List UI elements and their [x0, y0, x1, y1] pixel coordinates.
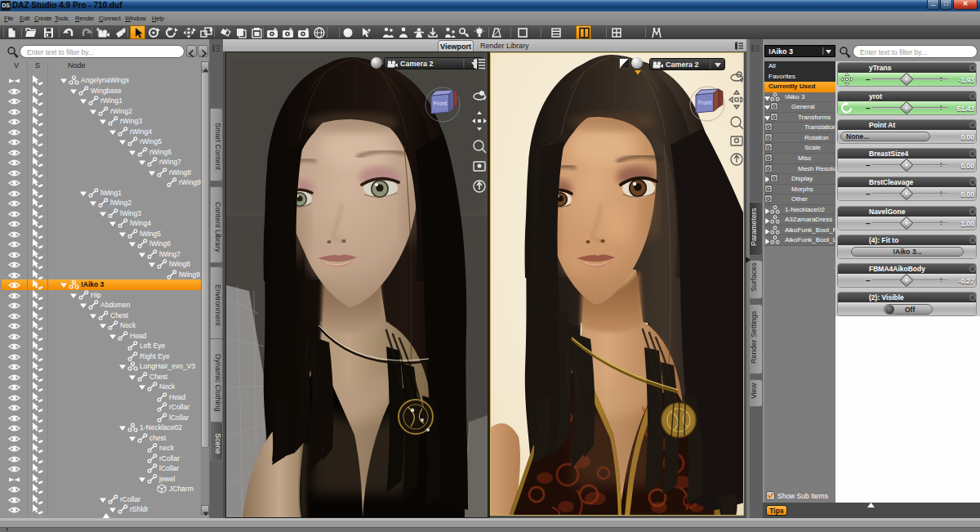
svg-text:G: G: [766, 154, 771, 162]
svg-text:G: G: [766, 164, 771, 172]
svg-text:G: G: [772, 103, 777, 110]
svg-text:Front: Front: [434, 101, 447, 106]
svg-text:G: G: [766, 144, 771, 151]
svg-text:G: G: [766, 134, 771, 141]
svg-text:G: G: [772, 114, 777, 121]
svg-text:G: G: [766, 123, 771, 131]
svg-text:Front: Front: [698, 100, 711, 105]
svg-text:G: G: [766, 195, 771, 203]
svg-text:G: G: [772, 175, 777, 182]
svg-text:G: G: [766, 185, 771, 192]
